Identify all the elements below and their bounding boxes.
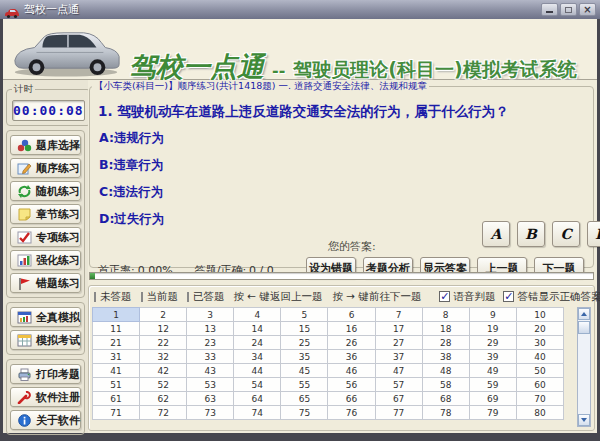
question-cell-55[interactable]: 55	[281, 378, 328, 392]
question-cell-20[interactable]: 20	[516, 322, 563, 336]
question-cell-28[interactable]: 28	[422, 336, 469, 350]
sidebar-button-专项练习[interactable]: 专项练习	[10, 227, 81, 247]
maximize-button[interactable]	[560, 3, 577, 16]
scroll-down-button[interactable]	[578, 414, 590, 426]
question-cell-29[interactable]: 29	[469, 336, 516, 350]
question-cell-59[interactable]: 59	[469, 378, 516, 392]
question-cell-66[interactable]: 66	[328, 392, 375, 406]
question-cell-69[interactable]: 69	[469, 392, 516, 406]
question-cell-73[interactable]: 73	[187, 406, 234, 420]
question-cell-22[interactable]: 22	[140, 336, 187, 350]
question-cell-77[interactable]: 77	[375, 406, 422, 420]
question-cell-1[interactable]: 1	[93, 308, 140, 322]
question-cell-63[interactable]: 63	[187, 392, 234, 406]
question-cell-21[interactable]: 21	[93, 336, 140, 350]
question-cell-10[interactable]: 10	[516, 308, 563, 322]
question-cell-42[interactable]: 42	[140, 364, 187, 378]
question-cell-78[interactable]: 78	[422, 406, 469, 420]
question-cell-45[interactable]: 45	[281, 364, 328, 378]
minimize-button[interactable]	[541, 3, 558, 16]
question-cell-72[interactable]: 72	[140, 406, 187, 420]
question-cell-14[interactable]: 14	[234, 322, 281, 336]
question-cell-7[interactable]: 7	[375, 308, 422, 322]
sidebar-button-软件注册[interactable]: 软件注册	[10, 387, 81, 407]
option-A[interactable]: A:违规行为	[99, 130, 164, 147]
sidebar-button-随机练习[interactable]: 随机练习	[10, 181, 81, 201]
question-cell-58[interactable]: 58	[422, 378, 469, 392]
question-cell-35[interactable]: 35	[281, 350, 328, 364]
question-cell-33[interactable]: 33	[187, 350, 234, 364]
question-cell-75[interactable]: 75	[281, 406, 328, 420]
question-cell-51[interactable]: 51	[93, 378, 140, 392]
sidebar-button-关于软件[interactable]: 关于软件	[10, 410, 81, 430]
checkbox-option-语音判题[interactable]: ✓语音判题	[439, 290, 495, 304]
answer-button-D[interactable]: D	[587, 221, 600, 247]
sidebar-button-顺序练习[interactable]: 顺序练习	[10, 158, 81, 178]
question-cell-12[interactable]: 12	[140, 322, 187, 336]
question-cell-44[interactable]: 44	[234, 364, 281, 378]
sidebar-button-模拟考试[interactable]: 模拟考试	[10, 330, 81, 350]
question-cell-39[interactable]: 39	[469, 350, 516, 364]
question-cell-37[interactable]: 37	[375, 350, 422, 364]
question-cell-8[interactable]: 8	[422, 308, 469, 322]
checkbox-icon[interactable]: ✓	[503, 291, 514, 302]
question-cell-80[interactable]: 80	[516, 406, 563, 420]
checkbox-option-答错显示正确答案[interactable]: ✓答错显示正确答案	[503, 290, 600, 304]
question-cell-41[interactable]: 41	[93, 364, 140, 378]
question-cell-30[interactable]: 30	[516, 336, 563, 350]
question-cell-61[interactable]: 61	[93, 392, 140, 406]
question-cell-43[interactable]: 43	[187, 364, 234, 378]
question-cell-26[interactable]: 26	[328, 336, 375, 350]
question-cell-53[interactable]: 53	[187, 378, 234, 392]
question-cell-23[interactable]: 23	[187, 336, 234, 350]
question-cell-11[interactable]: 11	[93, 322, 140, 336]
sidebar-button-强化练习[interactable]: 强化练习	[10, 250, 81, 270]
sidebar-button-章节练习[interactable]: 章节练习	[10, 204, 81, 224]
answer-button-C[interactable]: C	[552, 221, 580, 247]
sidebar-button-打印考题[interactable]: 打印考题	[10, 364, 81, 384]
question-cell-52[interactable]: 52	[140, 378, 187, 392]
question-cell-16[interactable]: 16	[328, 322, 375, 336]
question-cell-40[interactable]: 40	[516, 350, 563, 364]
question-cell-5[interactable]: 5	[281, 308, 328, 322]
question-cell-19[interactable]: 19	[469, 322, 516, 336]
checkbox-icon[interactable]: ✓	[439, 291, 450, 302]
close-button[interactable]: ×	[579, 3, 596, 16]
question-cell-25[interactable]: 25	[281, 336, 328, 350]
question-cell-64[interactable]: 64	[234, 392, 281, 406]
question-cell-31[interactable]: 31	[93, 350, 140, 364]
answer-button-A[interactable]: A	[482, 221, 510, 247]
question-cell-6[interactable]: 6	[328, 308, 375, 322]
sidebar-button-错题练习[interactable]: 错题练习	[10, 273, 81, 293]
question-cell-27[interactable]: 27	[375, 336, 422, 350]
option-D[interactable]: D:过失行为	[99, 211, 164, 228]
option-C[interactable]: C:违法行为	[99, 184, 163, 201]
question-cell-48[interactable]: 48	[422, 364, 469, 378]
question-cell-32[interactable]: 32	[140, 350, 187, 364]
option-B[interactable]: B:违章行为	[99, 157, 164, 174]
question-cell-3[interactable]: 3	[187, 308, 234, 322]
question-cell-54[interactable]: 54	[234, 378, 281, 392]
question-cell-15[interactable]: 15	[281, 322, 328, 336]
question-cell-76[interactable]: 76	[328, 406, 375, 420]
sidebar-button-全真模拟[interactable]: 全真模拟	[10, 307, 81, 327]
scroll-thumb[interactable]	[578, 321, 590, 334]
question-cell-50[interactable]: 50	[516, 364, 563, 378]
scroll-up-button[interactable]	[578, 308, 590, 320]
question-cell-56[interactable]: 56	[328, 378, 375, 392]
grid-scrollbar[interactable]	[577, 307, 591, 427]
question-cell-4[interactable]: 4	[234, 308, 281, 322]
question-cell-57[interactable]: 57	[375, 378, 422, 392]
answer-button-B[interactable]: B	[517, 221, 545, 247]
question-cell-71[interactable]: 71	[93, 406, 140, 420]
question-cell-36[interactable]: 36	[328, 350, 375, 364]
question-cell-18[interactable]: 18	[422, 322, 469, 336]
question-cell-13[interactable]: 13	[187, 322, 234, 336]
question-cell-74[interactable]: 74	[234, 406, 281, 420]
question-cell-60[interactable]: 60	[516, 378, 563, 392]
question-cell-68[interactable]: 68	[422, 392, 469, 406]
question-cell-9[interactable]: 9	[469, 308, 516, 322]
question-cell-79[interactable]: 79	[469, 406, 516, 420]
question-cell-38[interactable]: 38	[422, 350, 469, 364]
question-cell-67[interactable]: 67	[375, 392, 422, 406]
